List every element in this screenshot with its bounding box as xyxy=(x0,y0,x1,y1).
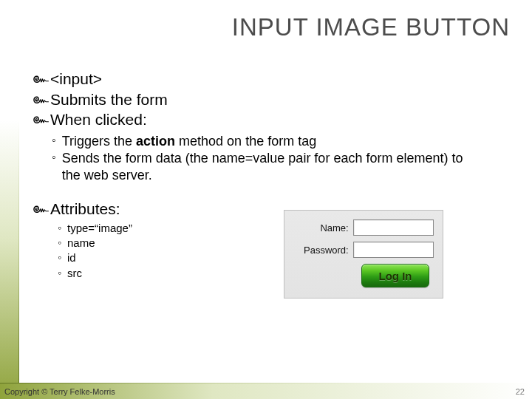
slide-number: 22 xyxy=(516,387,525,396)
slide-title: INPUT IMAGE BUTTON xyxy=(148,13,510,41)
text-post: method on the form tag xyxy=(175,134,316,149)
bullet-text: Attributes: xyxy=(50,199,120,219)
copyright: Copyright © Terry Felke-Morris xyxy=(4,387,115,396)
attr-text: name xyxy=(67,236,95,250)
bullet-icon: ๛ xyxy=(33,109,49,128)
attr-text: src xyxy=(67,266,82,281)
form-button-row: Log In xyxy=(293,264,434,287)
login-button[interactable]: Log In xyxy=(361,264,429,287)
subitem-text: Triggers the action method on the form t… xyxy=(62,133,317,150)
form-row-password: Password: xyxy=(293,242,434,258)
bullet-text: When clicked: xyxy=(50,109,147,130)
attr-text: id xyxy=(67,250,76,265)
login-form-illustration: Name: Password: Log In xyxy=(284,210,443,299)
bullet-icon: ๛ xyxy=(33,69,49,87)
bullet-submits: ๛ Submits the form xyxy=(33,89,510,110)
sub-bullet-icon: ◦ xyxy=(58,266,61,280)
sub-bullet-icon: ◦ xyxy=(58,221,61,235)
password-input[interactable] xyxy=(353,242,434,258)
sub-bullet-icon: ◦ xyxy=(52,150,56,165)
slide: INPUT IMAGE BUTTON ๛ <input> ๛ Submits t… xyxy=(0,0,532,399)
sub-bullet-icon: ◦ xyxy=(58,250,61,265)
subitem-text: Sends the form data (the name=value pair… xyxy=(62,150,468,184)
bullet-text: Submits the form xyxy=(50,89,168,110)
bullet-text: <input> xyxy=(50,69,102,89)
sub-bullet-icon: ◦ xyxy=(52,133,56,148)
login-button-label: Log In xyxy=(379,270,412,282)
attr-text: type=“image” xyxy=(67,221,132,236)
subitem-sends: ◦ Sends the form data (the name=value pa… xyxy=(52,150,510,184)
text-strong: action xyxy=(136,134,175,149)
form-row-name: Name: xyxy=(293,219,434,236)
bullet-when-clicked: ๛ When clicked: xyxy=(33,109,510,130)
bullet-icon: ๛ xyxy=(33,199,49,217)
when-clicked-subitems: ◦ Triggers the action method on the form… xyxy=(52,133,510,184)
password-label: Password: xyxy=(293,245,349,256)
text-pre: Triggers the xyxy=(62,134,136,149)
bullet-icon: ๛ xyxy=(33,89,49,108)
name-input[interactable] xyxy=(353,219,434,236)
name-label: Name: xyxy=(293,222,349,233)
subitem-action: ◦ Triggers the action method on the form… xyxy=(52,133,510,150)
left-decorative-strip xyxy=(0,0,19,399)
sub-bullet-icon: ◦ xyxy=(58,236,61,250)
bullet-input: ๛ <input> xyxy=(33,69,510,89)
